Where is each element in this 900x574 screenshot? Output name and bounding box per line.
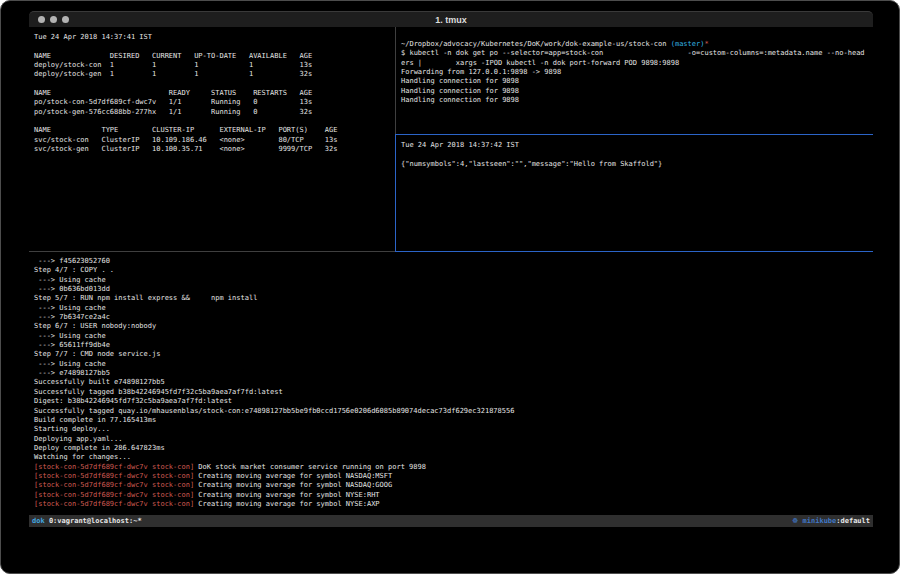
terminal-line: Step 6/7 : USER nobody:nobody (34, 322, 873, 331)
terminal-line: ---> 65611ff9db4e (34, 341, 873, 350)
terminal-line: Deploy complete in 286.647823ms (34, 444, 873, 453)
terminal-window: 1. tmux Tue 24 Apr 2018 14:37:41 ISTNAME… (29, 11, 873, 528)
terminal-line (34, 80, 395, 89)
terminal-line: Successfully tagged b38b42246945fd7f32c5… (34, 388, 873, 397)
pane-skaffold-log[interactable]: ---> f45623052760Step 4/7 : COPY . . ---… (29, 252, 873, 515)
terminal-line: ---> 0b636bd013dd (34, 285, 873, 294)
terminal-line: NAME READY STATUS RESTARTS AGE (34, 89, 395, 98)
terminal-line: {"numsymbols":4,"lastseen":"","message":… (401, 160, 873, 169)
kube-context-name: :default (836, 517, 870, 525)
terminal-line: [stock-con-5d7df689cf-dwc7v stock-con] C… (34, 481, 873, 490)
pane-border-horizontal-active-top (395, 134, 873, 135)
terminal-line: Tue 24 Apr 2018 14:37:41 IST (34, 33, 395, 42)
terminal-body: Tue 24 Apr 2018 14:37:41 ISTNAME DESIRED… (29, 27, 873, 515)
pane-service-output[interactable]: Tue 24 Apr 2018 14:37:42 IST{"numsymbols… (396, 135, 873, 251)
terminal-line: Build complete in 77.165413ms (34, 416, 873, 425)
kube-cluster-name: minikube (803, 517, 837, 525)
terminal-line: ---> Using cache (34, 276, 873, 285)
terminal-line: ---> Using cache (34, 360, 873, 369)
terminal-line: Successfully built e74898127bb5 (34, 378, 873, 387)
window-minimize-button[interactable] (50, 16, 57, 23)
terminal-line: Digest: b38b42246945fd7f32c5ba9aea7af7fd… (34, 397, 873, 406)
screenshot-frame: 1. tmux Tue 24 Apr 2018 14:37:41 ISTNAME… (0, 0, 900, 574)
traffic-lights (38, 16, 69, 23)
window-close-button[interactable] (38, 16, 45, 23)
terminal-line: Handling connection for 9898 (401, 77, 873, 86)
terminal-line: NAME DESIRED CURRENT UP-TO-DATE AVAILABL… (34, 52, 395, 61)
pane-border-horizontal-left (29, 251, 395, 252)
terminal-line: Step 7/7 : CMD node service.js (34, 350, 873, 359)
pane-kubectl-watch[interactable]: Tue 24 Apr 2018 14:37:41 ISTNAME DESIRED… (29, 27, 395, 251)
pane-border-vertical-upper (395, 27, 396, 134)
terminal-line: svc/stock-gen ClusterIP 10.100.35.71 <no… (34, 145, 395, 154)
terminal-line: [stock-con-5d7df689cf-dwc7v stock-con] C… (34, 500, 873, 509)
terminal-line: deploy/stock-con 1 1 1 1 13s (34, 61, 395, 70)
terminal-line: Handling connection for 9898 (401, 96, 873, 105)
window-zoom-button[interactable] (62, 16, 69, 23)
pane-port-forward[interactable]: ~/Dropbox/advocacy/Kubernetes/DoK/work/d… (396, 27, 873, 134)
terminal-line: NAME TYPE CLUSTER-IP EXTERNAL-IP PORT(S)… (34, 126, 395, 135)
terminal-line: svc/stock-con ClusterIP 10.109.186.46 <n… (34, 136, 395, 145)
terminal-line: Successfully tagged quay.io/mhausenblas/… (34, 407, 873, 416)
terminal-line: Tue 24 Apr 2018 14:37:42 IST (401, 141, 873, 150)
terminal-line: ~/Dropbox/advocacy/Kubernetes/DoK/work/d… (401, 40, 873, 49)
terminal-line: ---> Using cache (34, 304, 873, 313)
terminal-line: Step 5/7 : RUN npm install express && np… (34, 294, 873, 303)
terminal-line: ---> Using cache (34, 332, 873, 341)
terminal-line: [stock-con-5d7df689cf-dwc7v stock-con] D… (34, 463, 873, 472)
terminal-line: Step 4/7 : COPY . . (34, 266, 873, 275)
terminal-line: Handling connection for 9898 (401, 87, 873, 96)
terminal-line: ers | xargs -IPOD kubectl -n dok port-fo… (401, 59, 873, 68)
terminal-line (34, 117, 395, 126)
terminal-line: [stock-con-5d7df689cf-dwc7v stock-con] C… (34, 491, 873, 500)
terminal-line: Watching for changes... (34, 453, 873, 462)
terminal-line: Deploying app.yaml... (34, 435, 873, 444)
terminal-line: ---> 7b6347ce2a4c (34, 313, 873, 322)
terminal-line: $ kubectl -n dok get po --selector=app=s… (401, 49, 873, 58)
terminal-line: Starting deploy... (34, 425, 873, 434)
terminal-line: ---> f45623052760 (34, 257, 873, 266)
tmux-status-bar: dok 0:vagrant@localhost:~*☸ minikube:def… (29, 515, 873, 527)
terminal-line (34, 42, 395, 51)
tmux-status-right: ☸ minikube:default (792, 515, 870, 527)
terminal-line (401, 150, 873, 159)
terminal-line: po/stock-gen-576cc688bb-277hx 1/1 Runnin… (34, 108, 395, 117)
terminal-line: deploy/stock-gen 1 1 1 1 32s (34, 70, 395, 79)
tmux-session-name[interactable]: dok (32, 517, 45, 525)
terminal-line: [stock-con-5d7df689cf-dwc7v stock-con] C… (34, 472, 873, 481)
pane-border-vertical-active (395, 134, 396, 252)
terminal-line: Forwarding from 127.0.0.1:9898 -> 9898 (401, 68, 873, 77)
tmux-window-label[interactable]: 0:vagrant@localhost:~* (49, 517, 142, 525)
terminal-line: po/stock-con-5d7df689cf-dwc7v 1/1 Runnin… (34, 98, 395, 107)
pane-border-horizontal-active-bottom (395, 251, 873, 252)
terminal-line: ---> e74898127bb5 (34, 369, 873, 378)
window-titlebar[interactable]: 1. tmux (29, 11, 873, 27)
window-title: 1. tmux (29, 12, 873, 28)
